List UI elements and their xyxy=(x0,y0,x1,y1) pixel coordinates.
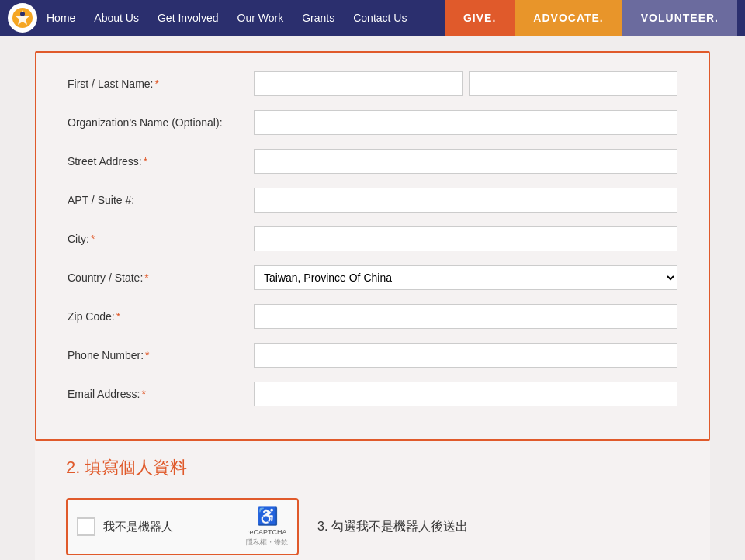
required-star-phone: * xyxy=(145,349,149,361)
required-star: * xyxy=(154,78,158,90)
required-star-city: * xyxy=(91,233,95,245)
navigation: Home About Us Get Involved Our Work Gran… xyxy=(0,0,745,36)
nav-contact-us[interactable]: Contact Us xyxy=(353,12,407,24)
recaptcha-brand: reCAPTCHA xyxy=(247,528,286,536)
first-name-input[interactable] xyxy=(254,71,463,96)
recaptcha-logo-area: ♿ reCAPTCHA 隱私權・條款 xyxy=(246,506,288,548)
required-star-zip: * xyxy=(116,310,120,323)
label-zip: Zip Code:* xyxy=(68,310,254,323)
required-star-email: * xyxy=(141,388,145,400)
field-street: Street Address:* xyxy=(68,149,677,174)
organization-input[interactable] xyxy=(254,110,677,135)
field-country: Country / State:* Taiwan, Province Of Ch… xyxy=(68,265,677,290)
label-phone: Phone Number:* xyxy=(68,349,254,361)
label-street: Street Address:* xyxy=(68,155,254,168)
advocate-button[interactable]: ADVOCATE. xyxy=(515,0,622,36)
give-button[interactable]: GIVE. xyxy=(445,0,515,36)
recaptcha-widget[interactable]: 我不是機器人 ♿ reCAPTCHA 隱私權・條款 xyxy=(66,498,299,555)
recaptcha-logo-icon: ♿ xyxy=(257,506,278,527)
captcha-row: 我不是機器人 ♿ reCAPTCHA 隱私權・條款 3. 勾選我不是機器人後送出 xyxy=(66,498,679,555)
svg-point-2 xyxy=(20,12,25,16)
nav-get-involved[interactable]: Get Involved xyxy=(158,12,219,24)
field-phone: Phone Number:* xyxy=(68,343,677,368)
label-email: Email Address:* xyxy=(68,388,254,400)
form-section: First / Last Name:* Organization's Name … xyxy=(35,51,710,441)
city-input[interactable] xyxy=(254,226,677,251)
last-name-input[interactable] xyxy=(469,71,677,96)
main-content: First / Last Name:* Organization's Name … xyxy=(35,36,710,560)
field-zip: Zip Code:* xyxy=(68,304,677,329)
field-name: First / Last Name:* xyxy=(68,71,677,96)
label-country: Country / State:* xyxy=(68,271,254,284)
phone-input[interactable] xyxy=(254,343,677,368)
logo[interactable] xyxy=(8,3,37,33)
field-organization: Organization's Name (Optional): xyxy=(68,110,677,135)
nav-actions: GIVE. ADVOCATE. VOLUNTEER. xyxy=(445,0,737,36)
volunteer-button[interactable]: VOLUNTEER. xyxy=(622,0,737,36)
field-email: Email Address:* xyxy=(68,382,677,406)
field-city: City:* xyxy=(68,226,677,251)
captcha-checkbox[interactable] xyxy=(77,517,95,536)
street-input[interactable] xyxy=(254,149,677,174)
nav-home[interactable]: Home xyxy=(47,12,75,24)
nav-our-work[interactable]: Our Work xyxy=(237,12,284,24)
required-star-street: * xyxy=(144,155,147,168)
step2-instruction: 3. 勾選我不是機器人後送出 xyxy=(317,519,679,535)
field-apt: APT / Suite #: xyxy=(68,188,677,213)
label-city: City:* xyxy=(68,233,254,245)
apt-input[interactable] xyxy=(254,188,677,213)
nav-about-us[interactable]: About Us xyxy=(94,12,139,24)
nav-grants[interactable]: Grants xyxy=(302,12,334,24)
step2-heading: 2. 填寫個人資料 xyxy=(66,456,679,479)
label-name: First / Last Name:* xyxy=(68,78,254,90)
recaptcha-links[interactable]: 隱私權・條款 xyxy=(246,538,288,548)
label-apt: APT / Suite #: xyxy=(68,194,254,206)
zip-input[interactable] xyxy=(254,304,677,329)
label-organization: Organization's Name (Optional): xyxy=(68,116,254,129)
country-select[interactable]: Taiwan, Province Of China xyxy=(254,265,677,290)
required-star-country: * xyxy=(144,271,148,284)
email-input[interactable] xyxy=(254,382,677,406)
nav-links: Home About Us Get Involved Our Work Gran… xyxy=(47,12,445,24)
name-inputs xyxy=(254,71,677,96)
step2-section: 2. 填寫個人資料 我不是機器人 ♿ reCAPTCHA 隱私權・條款 3. 勾… xyxy=(35,441,710,560)
logo-icon xyxy=(12,7,33,29)
captcha-label: 我不是機器人 xyxy=(103,520,238,534)
